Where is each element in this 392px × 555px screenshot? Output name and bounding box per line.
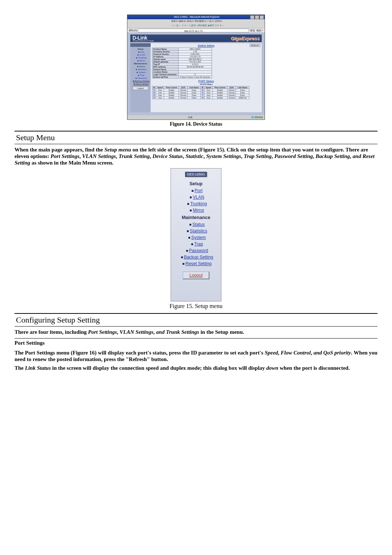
menu-item-trunking[interactable]: Trunking xyxy=(174,200,218,207)
config-heading: Configuring Setup Setting xyxy=(15,314,377,327)
bullet-icon xyxy=(187,230,189,232)
menu-item-password[interactable]: Password xyxy=(174,247,218,254)
menu-item-mirror[interactable]: Mirror xyxy=(174,207,218,214)
port-status-title: PORT Status xyxy=(152,80,260,82)
figure-14-caption: Figure 14. Device Status xyxy=(15,121,377,127)
bullet-icon xyxy=(189,224,191,226)
menu-item-port[interactable]: Port xyxy=(174,187,218,194)
bullet-icon xyxy=(190,210,192,211)
window-title: DES-1250G - Microsoft Internet Explorer xyxy=(174,16,220,18)
menu-item-vlan[interactable]: VLAN xyxy=(174,194,218,200)
table-row: Product NameDES-1250G xyxy=(152,48,212,50)
port-settings-paragraph-1: The Port Settings menu (Figure 16) will … xyxy=(15,349,377,362)
table-row: MAC address00-00-00-88-99-55 xyxy=(152,66,212,68)
table-row: Trap IP0.0.0.0 xyxy=(152,63,212,66)
main-panel: Switch Status Refresh Product NameDES-12… xyxy=(151,43,262,112)
figure-15-caption: Figure 15. Setup menu xyxy=(15,303,377,309)
table-row: Login Timeout (minutes)5 xyxy=(152,73,212,76)
table-row: Location Name xyxy=(152,71,212,73)
menu-item-status[interactable]: Status xyxy=(174,221,218,228)
table-row: System Name xyxy=(152,68,212,71)
sidebar-item-trap[interactable]: ■ Trap xyxy=(131,74,150,77)
sidebar-item-trunking[interactable]: ■ Trunking xyxy=(131,56,150,59)
figure-14: DES-1250G - Microsoft Internet Explorer … xyxy=(15,15,377,127)
setup-menu-heading: Setup Menu xyxy=(15,131,377,144)
sidebar-logout-button[interactable]: Logout xyxy=(132,86,148,90)
sidebar-item-status[interactable]: ■ Status xyxy=(131,65,150,68)
model-badge: DES-1250G xyxy=(185,172,207,177)
sidebar: Setup ■ Port ■ VLAN ■ Trunking ■ Mirror … xyxy=(130,43,151,112)
bullet-icon xyxy=(187,203,189,205)
setup-menu-panel: DES-1250G Setup Port VLAN Trunking Mirro… xyxy=(171,168,221,301)
maximize-icon[interactable] xyxy=(255,15,259,19)
menu-item-system[interactable]: System xyxy=(174,234,218,241)
screenshot-device-status: DES-1250G - Microsoft Internet Explorer … xyxy=(127,15,265,120)
bullet-icon xyxy=(191,243,193,245)
port-status-group: 10/100 Mbps xyxy=(152,83,260,85)
table-row: Subnet mask255.255.255.0 xyxy=(152,58,212,61)
sidebar-item-backup[interactable]: ■ Backup Setting xyxy=(131,80,150,82)
menu-item-backup[interactable]: Backup Setting xyxy=(174,254,218,260)
status-left: 完成 xyxy=(127,115,251,119)
minimize-icon[interactable] xyxy=(250,15,254,19)
sidebar-item-statistics[interactable]: ■ Statistics xyxy=(131,68,150,71)
port-settings-subheading: Port Settings xyxy=(15,338,377,347)
address-input[interactable]: http://172.18.1.73 xyxy=(138,29,249,32)
page-content: Setup ■ Port ■ VLAN ■ Trunking ■ Mirror … xyxy=(130,43,262,112)
switch-status-table: Product NameDES-1250G Firmware Version1.… xyxy=(152,48,212,78)
setup-header: Setup xyxy=(174,180,218,187)
browser-statusbar: 完成 🌐 網際網路 xyxy=(127,115,265,119)
table-row: Protocol Version2.001.001 xyxy=(152,53,212,56)
browser-toolbar[interactable]: ←上一頁 → ✕ ⟳ ⌂ 🔍搜尋 ☆我的最愛 ◉媒體 ◎ ✉ ▼ ⌂ xyxy=(127,23,265,28)
maintenance-header: Maintenance xyxy=(174,214,218,221)
webpage: D-Link Building Networks for People Giga… xyxy=(127,32,265,115)
sidebar-item-reset[interactable]: ■ Reset Setting xyxy=(131,82,150,85)
port-settings-paragraph-2: The Link Status in the screen will displ… xyxy=(15,365,377,371)
brand-bar: D-Link Building Networks for People Giga… xyxy=(130,35,262,42)
sidebar-item-vlan[interactable]: ■ VLAN xyxy=(131,53,150,56)
bullet-icon xyxy=(181,256,183,258)
menu-item-trap[interactable]: Trap xyxy=(174,241,218,247)
bullet-icon xyxy=(186,250,188,252)
sidebar-item-password[interactable]: ■ Password xyxy=(131,77,150,80)
logout-button[interactable]: Logout xyxy=(183,271,209,279)
sidebar-item-system[interactable]: ■ System xyxy=(131,71,150,74)
sidebar-maint-header: Maintenance xyxy=(131,62,150,65)
sidebar-setup-header: Setup xyxy=(131,48,150,50)
table-row: IP Address172.18.1.73 xyxy=(152,56,212,58)
sidebar-item-port[interactable]: ■ Port xyxy=(131,50,150,53)
brand-right: GigaExpress xyxy=(231,36,260,41)
bullet-icon xyxy=(188,237,190,239)
table-row: System UpTime0 days 0 hours 2 mins 40 se… xyxy=(152,76,212,78)
menu-item-reset[interactable]: Reset Setting xyxy=(174,260,218,267)
bullet-icon xyxy=(190,197,192,198)
status-right: 🌐 網際網路 xyxy=(251,115,265,119)
switch-status-title: Switch Status xyxy=(152,44,260,47)
sidebar-item-mirror[interactable]: ■ Mirror xyxy=(131,59,150,62)
bullet-icon xyxy=(183,263,184,265)
setup-menu-paragraph: When the main page appears, find the Set… xyxy=(15,146,377,166)
config-paragraph-1: There are four items, including Port Set… xyxy=(15,329,377,335)
table-row: Firmware Version1.00 xyxy=(152,50,212,53)
port-status-table: ID Speed Flow Control QOS Link Status ID… xyxy=(152,86,249,99)
browser-menubar[interactable]: 檔案(F) 編輯(E) 檢視(V) 我的最愛(A) 工具(T) 說明(H) xyxy=(127,19,265,23)
bullet-icon xyxy=(192,190,193,192)
close-icon[interactable] xyxy=(260,15,264,19)
table-row: Default gateway172.18.1.254 xyxy=(152,61,212,63)
brand-subtitle: Building Networks for People xyxy=(133,40,154,42)
window-titlebar: DES-1250G - Microsoft Internet Explorer xyxy=(127,15,265,19)
refresh-button[interactable]: Refresh xyxy=(250,44,260,47)
menu-item-statistics[interactable]: Statistics xyxy=(174,228,218,234)
figure-15: DES-1250G Setup Port VLAN Trunking Mirro… xyxy=(15,168,377,309)
window-buttons xyxy=(250,15,264,19)
